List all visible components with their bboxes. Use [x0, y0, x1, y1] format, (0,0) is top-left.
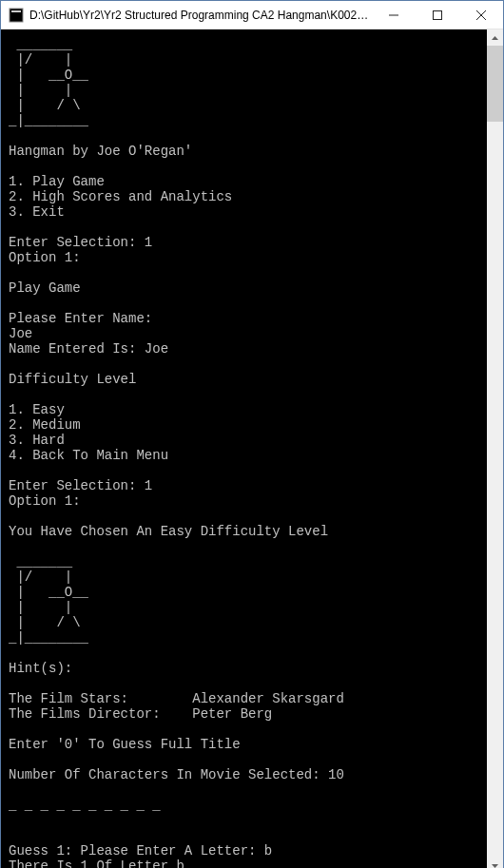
- console-line: |/ |: [9, 569, 487, 585]
- console-output[interactable]: _______ |/ | | __O__ | | | / \_|________…: [1, 29, 487, 868]
- console-line: You Have Chosen An Easy Difficulty Level: [9, 524, 487, 539]
- console-line: 2. Medium: [9, 417, 487, 433]
- console-line: | |: [9, 83, 487, 98]
- console-line: | / \: [9, 98, 487, 113]
- console-line: [9, 509, 487, 524]
- console-line: |/ |: [9, 52, 487, 68]
- console-line: 3. Exit: [9, 204, 487, 220]
- titlebar[interactable]: D:\GitHub\Yr2\Yr2 Structured Programming…: [1, 1, 503, 29]
- vertical-scrollbar[interactable]: [487, 29, 503, 868]
- console-line: _______: [9, 554, 487, 569]
- console-line: _|________: [9, 630, 487, 646]
- scroll-thumb[interactable]: [487, 46, 503, 122]
- console-line: [9, 296, 487, 311]
- maximize-button[interactable]: [416, 1, 459, 29]
- console-line: Hangman by Joe O'Regan': [9, 144, 487, 159]
- console-line: | __O__: [9, 68, 487, 83]
- console-line: Option 1:: [9, 493, 487, 509]
- console-line: Please Enter Name:: [9, 311, 487, 326]
- app-icon: [9, 8, 24, 23]
- console-line: [9, 159, 487, 174]
- console-line: Number Of Characters In Movie Selected: …: [9, 767, 487, 782]
- svg-rect-3: [434, 10, 442, 19]
- console-line: 1. Easy: [9, 402, 487, 417]
- console-line: [9, 828, 487, 843]
- console-line: 4. Back To Main Menu: [9, 448, 487, 463]
- svg-marker-6: [492, 36, 498, 40]
- console-line: Guess 1: Please Enter A Letter: b: [9, 843, 487, 858]
- console-line: [9, 128, 487, 144]
- scroll-up-button[interactable]: [487, 29, 503, 46]
- console-line: Enter '0' To Guess Full Title: [9, 737, 487, 752]
- console-line: Hint(s):: [9, 661, 487, 676]
- minimize-button[interactable]: [372, 1, 416, 29]
- console-line: There Is 1 Of Letter b: [9, 858, 487, 868]
- console-line: [9, 357, 487, 372]
- console-line: | / \: [9, 615, 487, 630]
- console-line: _ _ _ _ _ _ _ _ _ _: [9, 798, 487, 813]
- console-window: D:\GitHub\Yr2\Yr2 Structured Programming…: [0, 0, 504, 868]
- console-line: _|________: [9, 113, 487, 128]
- console-line: [9, 782, 487, 798]
- console-line: _______: [9, 37, 487, 52]
- console-line: [9, 539, 487, 554]
- console-line: [9, 387, 487, 402]
- console-line: 3. Hard: [9, 433, 487, 448]
- window-title: D:\GitHub\Yr2\Yr2 Structured Programming…: [29, 9, 372, 22]
- client-area: _______ |/ | | __O__ | | | / \_|________…: [1, 29, 503, 868]
- console-line: [9, 813, 487, 828]
- console-line: The Films Director: Peter Berg: [9, 706, 487, 722]
- console-line: | |: [9, 600, 487, 615]
- console-line: Joe: [9, 326, 487, 341]
- console-line: [9, 722, 487, 737]
- console-line: [9, 676, 487, 691]
- close-button[interactable]: [459, 1, 503, 29]
- console-line: Option 1:: [9, 250, 487, 265]
- console-line: Difficulty Level: [9, 372, 487, 387]
- svg-marker-7: [492, 864, 498, 868]
- console-line: Enter Selection: 1: [9, 478, 487, 493]
- console-line: The Film Stars: Alexander Skarsgard: [9, 691, 487, 706]
- console-line: [9, 463, 487, 478]
- console-line: 2. High Scores and Analytics: [9, 189, 487, 204]
- window-controls: [372, 1, 503, 29]
- console-line: 1. Play Game: [9, 174, 487, 189]
- console-line: Name Entered Is: Joe: [9, 341, 487, 357]
- console-line: Play Game: [9, 280, 487, 296]
- console-line: [9, 646, 487, 661]
- console-line: [9, 220, 487, 235]
- console-line: Enter Selection: 1: [9, 235, 487, 250]
- svg-rect-1: [11, 10, 21, 12]
- console-line: [9, 752, 487, 767]
- scroll-down-button[interactable]: [487, 858, 503, 868]
- console-line: | __O__: [9, 585, 487, 600]
- console-line: [9, 265, 487, 280]
